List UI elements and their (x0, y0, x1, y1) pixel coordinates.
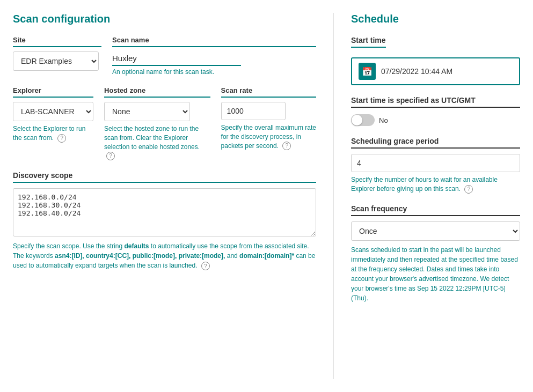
hosted-zone-select[interactable]: None (104, 102, 190, 121)
toggle-knob (352, 115, 362, 125)
explorer-label: Explorer (13, 86, 93, 98)
grace-period-section: Scheduling grace period Specify the numb… (351, 137, 520, 194)
toggle-label: No (379, 116, 388, 124)
scan-rate-field: Scan rate Specify the overall maximum ra… (221, 86, 316, 150)
grace-period-label: Scheduling grace period (351, 137, 520, 149)
page-title: Scan configuration (13, 13, 316, 25)
scan-name-hint: An optional name for this scan task. (112, 68, 316, 76)
start-time-box[interactable]: 📅 07/29/2022 10:44 AM (351, 57, 520, 85)
utc-label: Start time is specified as UTC/GMT (351, 96, 520, 108)
site-field: Site EDR Examples (13, 36, 101, 71)
scan-rate-label: Scan rate (221, 86, 316, 98)
explorer-select[interactable]: LAB-SCANNER (13, 102, 93, 121)
hosted-zone-label: Hosted zone (104, 86, 210, 98)
scan-name-field: Scan name An optional name for this scan… (112, 36, 316, 76)
scan-frequency-select[interactable]: Once Daily Weekly Monthly (351, 221, 520, 241)
hosted-zone-hint: Select the hosted zone to run the scan f… (104, 124, 210, 160)
scan-name-label: Scan name (112, 36, 316, 47)
scan-rate-hint: Specify the overall maximum rate for the… (221, 123, 316, 150)
explorer-field: Explorer LAB-SCANNER Select the Explorer… (13, 86, 93, 143)
schedule-title: Schedule (351, 13, 520, 25)
start-time-label: Start time (351, 36, 386, 48)
scan-frequency-hint: Scans scheduled to start in the past wil… (351, 245, 520, 303)
discovery-scope-section: Discovery scope 192.168.0.0/24 192.168.3… (13, 171, 316, 270)
toggle-container: No (351, 114, 520, 126)
site-label: Site (13, 36, 101, 47)
top-fields-row: Site EDR Examples Scan name An optional … (13, 36, 316, 76)
grace-period-hint: Specify the number of hours to wait for … (351, 175, 520, 194)
utc-section: Start time is specified as UTC/GMT No (351, 96, 520, 126)
discovery-scope-label: Discovery scope (13, 171, 316, 183)
scan-rate-help-icon[interactable]: ? (282, 142, 291, 150)
utc-toggle[interactable] (351, 114, 375, 126)
discovery-scope-hint: Specify the scan scope. Use the string d… (13, 241, 316, 270)
explorer-help-icon[interactable]: ? (57, 134, 66, 143)
three-col-row: Explorer LAB-SCANNER Select the Explorer… (13, 86, 316, 160)
start-time-section: Start time 📅 07/29/2022 10:44 AM (351, 36, 520, 85)
start-time-value: 07/29/2022 10:44 AM (381, 67, 513, 76)
discovery-scope-textarea[interactable]: 192.168.0.0/24 192.168.30.0/24 192.168.4… (13, 188, 316, 236)
scope-help-icon[interactable]: ? (201, 262, 210, 270)
scan-frequency-label: Scan frequency (351, 204, 520, 216)
right-panel: Schedule Start time 📅 07/29/2022 10:44 A… (333, 13, 520, 379)
grace-period-input[interactable] (351, 154, 520, 172)
scan-name-input[interactable] (112, 51, 241, 66)
hosted-zone-field: Hosted zone None Select the hosted zone … (104, 86, 210, 160)
site-select[interactable]: EDR Examples (13, 51, 99, 71)
scan-rate-input[interactable] (221, 102, 286, 120)
grace-help-icon[interactable]: ? (464, 185, 473, 194)
scan-frequency-section: Scan frequency Once Daily Weekly Monthly… (351, 204, 520, 303)
hosted-zone-help-icon[interactable]: ? (106, 152, 115, 160)
left-panel: Scan configuration Site EDR Examples Sca… (13, 13, 316, 379)
calendar-icon: 📅 (359, 63, 376, 80)
explorer-hint: Select the Explorer to run the scan from… (13, 124, 93, 143)
